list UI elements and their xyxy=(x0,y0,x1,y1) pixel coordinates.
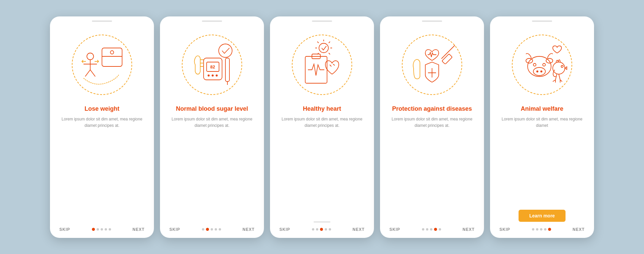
screen-body: Lorem ipsum dolor sit dim amet, mea regi… xyxy=(167,116,257,224)
screen-title: Lose weight xyxy=(85,105,119,113)
icon-area-lose-weight xyxy=(65,28,139,102)
dot-4 xyxy=(544,228,546,231)
dot-5 xyxy=(219,228,221,231)
screens-container: Lose weight Lorem ipsum dolor sit dim am… xyxy=(50,16,594,238)
progress-bar xyxy=(314,221,330,222)
dashed-circle xyxy=(72,35,132,95)
dot-1 xyxy=(202,228,204,231)
skip-button[interactable]: SKIP xyxy=(169,227,180,232)
dot-3 xyxy=(540,228,542,231)
screen-blood-sugar: 82 Normal blood sugar level Lorem ipsum … xyxy=(160,16,264,238)
dot-3 xyxy=(320,228,323,231)
screen-body: Lorem ipsum dolor sit dim amet, mea regi… xyxy=(57,116,147,224)
icon-area-animal-welfare xyxy=(505,28,579,102)
bottom-nav: SKIP NEXT xyxy=(277,227,367,232)
next-button[interactable]: NEXT xyxy=(132,227,145,232)
screen-lose-weight: Lose weight Lorem ipsum dolor sit dim am… xyxy=(50,16,154,238)
dot-5 xyxy=(109,228,111,231)
dot-3 xyxy=(211,228,213,231)
pagination-dots xyxy=(202,228,221,231)
dot-3 xyxy=(101,228,103,231)
dashed-circle xyxy=(512,35,572,95)
bottom-nav: SKIP NEXT xyxy=(387,227,477,232)
screen-body: Lorem ipsum dolor sit dim amet, mea regi… xyxy=(277,116,367,221)
screen-body: Lorem ipsum dolor sit dim amet, mea regi… xyxy=(387,116,477,224)
learn-more-button[interactable]: Learn more xyxy=(519,210,566,222)
dot-1 xyxy=(92,228,95,231)
pagination-dots xyxy=(422,228,441,231)
bottom-nav: SKIP NEXT xyxy=(57,227,147,232)
screen-protection: Protection against diseases Lorem ipsum … xyxy=(380,16,484,238)
icon-area-blood-sugar: 82 xyxy=(175,28,249,102)
skip-button[interactable]: SKIP xyxy=(279,227,290,232)
dot-2 xyxy=(316,228,318,231)
icon-area-healthy-heart xyxy=(285,28,359,102)
skip-button[interactable]: SKIP xyxy=(499,227,510,232)
screen-title: Protection against diseases xyxy=(392,105,472,113)
screen-body: Lorem ipsum dolor sit dim amet, mea regi… xyxy=(497,116,587,210)
screen-title: Animal welfare xyxy=(521,105,563,113)
dot-2 xyxy=(206,228,209,231)
dashed-circle xyxy=(292,35,352,95)
dot-2 xyxy=(97,228,99,231)
dot-5 xyxy=(548,228,551,231)
screen-title: Normal blood sugar level xyxy=(176,105,248,113)
dot-5 xyxy=(329,228,331,231)
skip-button[interactable]: SKIP xyxy=(389,227,400,232)
dot-2 xyxy=(536,228,538,231)
dot-1 xyxy=(532,228,534,231)
pagination-dots xyxy=(532,228,551,231)
next-button[interactable]: NEXT xyxy=(243,227,255,232)
bottom-nav: SKIP NEXT xyxy=(497,227,587,232)
bottom-nav: SKIP NEXT xyxy=(167,227,257,232)
screen-title: Healthy heart xyxy=(303,105,341,113)
skip-button[interactable]: SKIP xyxy=(59,227,70,232)
next-button[interactable]: NEXT xyxy=(353,227,365,232)
next-button[interactable]: NEXT xyxy=(573,227,585,232)
dot-4 xyxy=(434,228,437,231)
next-button[interactable]: NEXT xyxy=(463,227,475,232)
dot-3 xyxy=(430,228,432,231)
dot-4 xyxy=(325,228,327,231)
dot-4 xyxy=(215,228,217,231)
dot-1 xyxy=(312,228,314,231)
icon-area-protection xyxy=(395,28,469,102)
pagination-dots xyxy=(92,228,111,231)
pagination-dots xyxy=(312,228,331,231)
dot-1 xyxy=(422,228,424,231)
screen-animal-welfare: Animal welfare Lorem ipsum dolor sit dim… xyxy=(490,16,594,238)
dot-2 xyxy=(426,228,428,231)
dashed-circle xyxy=(402,35,462,95)
screen-healthy-heart: Healthy heart Lorem ipsum dolor sit dim … xyxy=(270,16,374,238)
dot-5 xyxy=(439,228,441,231)
dot-4 xyxy=(105,228,107,231)
dashed-circle xyxy=(182,35,242,95)
